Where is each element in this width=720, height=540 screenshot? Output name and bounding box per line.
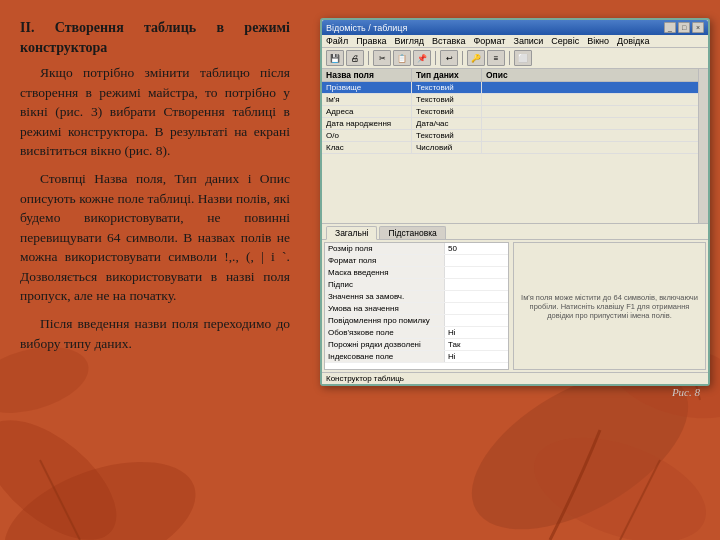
- td-field: Адреса: [322, 106, 412, 117]
- tb-paste[interactable]: 📌: [413, 50, 431, 66]
- td-field: Клас: [322, 142, 412, 153]
- bottom-section: Загальні Підстановка Розмір поля 50 Форм…: [322, 224, 708, 384]
- help-text-panel: Ім'я поля може містити до 64 символів, в…: [513, 242, 706, 370]
- prop-label: Умова на значення: [325, 303, 445, 314]
- table-row[interactable]: Прізвище Текстовий: [322, 82, 698, 94]
- table-scrollbar[interactable]: [698, 69, 708, 223]
- prop-value[interactable]: Ні: [445, 327, 508, 338]
- main-container: ІІ. Створення таблиць в режимі конструкт…: [0, 0, 720, 540]
- td-desc: [482, 130, 698, 141]
- td-type: Числовий: [412, 142, 482, 153]
- th-datatype: Тип даних: [412, 69, 482, 81]
- close-button[interactable]: ×: [692, 22, 704, 33]
- table-row[interactable]: О/о Текстовий: [322, 130, 698, 142]
- table-row[interactable]: Клас Числовий: [322, 142, 698, 154]
- tab-general[interactable]: Загальні: [326, 226, 377, 240]
- access-window: Відомість / таблиця _ □ × Файл Правка Ви…: [320, 18, 710, 386]
- table-row[interactable]: Дата народження Дата/час: [322, 118, 698, 130]
- tb-sep4: [509, 51, 510, 65]
- prop-value[interactable]: [445, 291, 508, 302]
- td-desc: [482, 142, 698, 153]
- text-panel: ІІ. Створення таблиць в режимі конструкт…: [0, 0, 305, 540]
- prop-value[interactable]: [445, 303, 508, 314]
- menu-insert[interactable]: Вставка: [432, 36, 465, 46]
- prop-label: Повідомлення про помилку: [325, 315, 445, 326]
- tb-sep2: [435, 51, 436, 65]
- tab-lookup[interactable]: Підстановка: [379, 226, 445, 239]
- tb-sep1: [368, 51, 369, 65]
- tabs-row: Загальні Підстановка: [322, 224, 708, 240]
- window-title: Відомість / таблиця: [326, 23, 407, 33]
- prop-label: Маска введення: [325, 267, 445, 278]
- prop-value[interactable]: [445, 279, 508, 290]
- menu-format[interactable]: Формат: [474, 36, 506, 46]
- prop-label: Розмір поля: [325, 243, 445, 254]
- section-title: ІІ. Створення таблиць в режимі конструкт…: [20, 18, 290, 57]
- prop-row: Розмір поля 50: [325, 243, 508, 255]
- prop-label: Формат поля: [325, 255, 445, 266]
- paragraph3: Після введення назви поля переходимо до …: [20, 314, 290, 353]
- prop-row: Обов'язкове поле Ні: [325, 327, 508, 339]
- td-desc: [482, 106, 698, 117]
- tb-copy[interactable]: 📋: [393, 50, 411, 66]
- th-desc: Опис: [482, 69, 698, 81]
- menu-records[interactable]: Записи: [513, 36, 543, 46]
- status-text: Конструктор таблиць: [326, 374, 404, 383]
- menu-tools[interactable]: Сервіс: [551, 36, 579, 46]
- tb-print[interactable]: 🖨: [346, 50, 364, 66]
- minimize-button[interactable]: _: [664, 22, 676, 33]
- tb-key[interactable]: 🔑: [467, 50, 485, 66]
- tb-save[interactable]: 💾: [326, 50, 344, 66]
- status-bar: Конструктор таблиць: [322, 372, 708, 384]
- prop-label: Індексоване поле: [325, 351, 445, 362]
- paragraph2: Стовпці Назва поля, Тип даних і Опис опи…: [20, 169, 290, 306]
- tb-cut[interactable]: ✂: [373, 50, 391, 66]
- menu-window[interactable]: Вікно: [587, 36, 609, 46]
- prop-value[interactable]: Ні: [445, 351, 508, 362]
- menu-file[interactable]: Файл: [326, 36, 348, 46]
- right-panel: Відомість / таблиця _ □ × Файл Правка Ви…: [305, 0, 720, 540]
- td-type: Дата/час: [412, 118, 482, 129]
- prop-value[interactable]: 50: [445, 243, 508, 254]
- prop-value[interactable]: [445, 315, 508, 326]
- help-text: Ім'я поля може містити до 64 символів, в…: [517, 293, 702, 320]
- prop-row: Повідомлення про помилку: [325, 315, 508, 327]
- td-desc: [482, 118, 698, 129]
- prop-label: Підпис: [325, 279, 445, 290]
- td-type: Текстовий: [412, 94, 482, 105]
- prop-value[interactable]: [445, 255, 508, 266]
- prop-row: Підпис: [325, 279, 508, 291]
- prop-value[interactable]: Так: [445, 339, 508, 350]
- td-type: Текстовий: [412, 106, 482, 117]
- table-area: Назва поля Тип даних Опис Прізвище Текст…: [322, 69, 708, 224]
- window-toolbar: 💾 🖨 ✂ 📋 📌 ↩ 🔑 ≡ ⬜: [322, 48, 708, 69]
- td-field: О/о: [322, 130, 412, 141]
- td-type: Текстовий: [412, 130, 482, 141]
- menu-edit[interactable]: Правка: [356, 36, 386, 46]
- menu-help[interactable]: Довідка: [617, 36, 649, 46]
- table-row[interactable]: Ім'я Текстовий: [322, 94, 698, 106]
- prop-row: Умова на значення: [325, 303, 508, 315]
- prop-row: Значення за замовч.: [325, 291, 508, 303]
- td-field: Прізвище: [322, 82, 412, 93]
- td-field: Дата народження: [322, 118, 412, 129]
- maximize-button[interactable]: □: [678, 22, 690, 33]
- prop-label: Обов'язкове поле: [325, 327, 445, 338]
- figure-caption: Рис. 8: [672, 386, 700, 398]
- tb-index[interactable]: ≡: [487, 50, 505, 66]
- prop-row: Індексоване поле Ні: [325, 351, 508, 363]
- menu-view[interactable]: Вигляд: [395, 36, 425, 46]
- prop-label: Значення за замовч.: [325, 291, 445, 302]
- table-row[interactable]: Адреса Текстовий: [322, 106, 698, 118]
- properties-area: Розмір поля 50 Формат поля Маска введенн…: [322, 240, 708, 372]
- table-main: Назва поля Тип даних Опис Прізвище Текст…: [322, 69, 698, 223]
- td-field: Ім'я: [322, 94, 412, 105]
- tb-undo[interactable]: ↩: [440, 50, 458, 66]
- table-header: Назва поля Тип даних Опис: [322, 69, 698, 82]
- th-fieldname: Назва поля: [322, 69, 412, 81]
- tb-relations[interactable]: ⬜: [514, 50, 532, 66]
- prop-label: Порожні рядки дозволені: [325, 339, 445, 350]
- prop-value[interactable]: [445, 267, 508, 278]
- table-rows: Прізвище Текстовий Ім'я Текстовий Адреса…: [322, 82, 698, 220]
- window-titlebar: Відомість / таблиця _ □ ×: [322, 20, 708, 35]
